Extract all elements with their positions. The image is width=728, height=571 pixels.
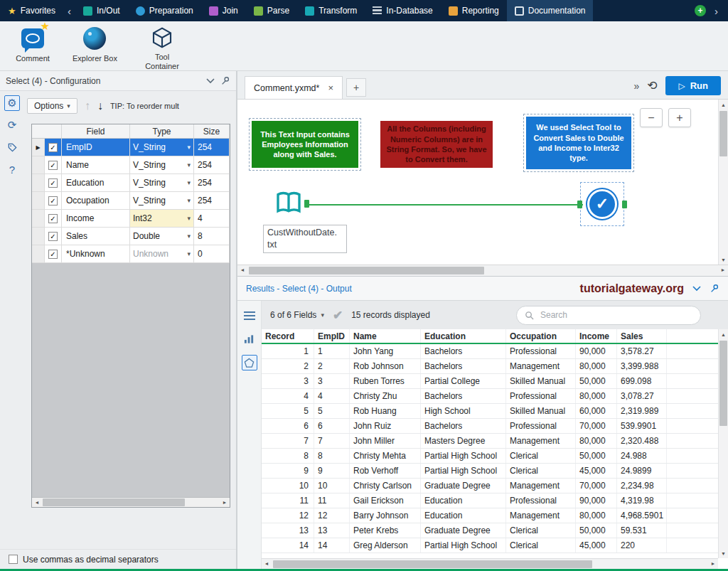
field-size[interactable]: 254 [194,156,230,174]
table-row[interactable]: 11John YangBachelorsProfessional90,0003,… [262,344,728,359]
profile-view-icon[interactable] [242,331,257,347]
output-anchor[interactable] [304,200,309,208]
workflow-tab[interactable]: Comment.yxmd* × [245,76,343,99]
column-header[interactable]: Education [421,329,506,343]
comment-tool[interactable]: ★ Comment [13,26,53,68]
field-size[interactable]: 254 [194,192,230,209]
pin-icon[interactable] [220,76,230,86]
canvas-horizontal-scrollbar[interactable]: ◄ ► [237,265,728,276]
new-workflow-tab-button[interactable]: + [346,78,366,97]
close-icon[interactable]: × [328,82,333,93]
options-dropdown[interactable]: Options ▾ [27,98,77,114]
zoom-in-button[interactable]: + [668,108,691,127]
comment-box-red[interactable]: All the Columns (including Numeric Colum… [380,121,493,168]
move-up-arrow-icon[interactable]: ↑ [85,100,90,112]
table-row[interactable]: 88Christy MehtaPartial High SchoolCleric… [262,449,728,464]
chevron-down-icon[interactable] [206,78,215,84]
config-horizontal-scrollbar[interactable]: ◄ ► [32,497,230,507]
scrollbar-thumb[interactable] [273,560,592,568]
cell-viewer-icon[interactable] [242,355,257,370]
scroll-down-arrow-icon[interactable]: ▼ [719,548,728,558]
add-plus-icon[interactable]: + [695,5,706,16]
field-checkbox[interactable]: ✓ [45,228,62,245]
canvas-vertical-scrollbar[interactable]: ▲ ▼ [718,100,728,265]
column-header[interactable]: Income [576,329,617,343]
results-vertical-scrollbar[interactable]: ▲ ▼ [718,329,728,558]
table-row[interactable]: ✓NameV_String▾254 [32,156,230,174]
history-clock-icon[interactable]: ⟲ [647,80,657,92]
palette-tab-join[interactable]: Join [201,0,246,21]
pin-icon[interactable] [710,284,719,294]
field-checkbox[interactable]: ✓ [45,192,62,209]
column-header[interactable]: Sales [617,329,667,343]
column-header[interactable]: EmpID [314,329,350,343]
palette-tab-parse[interactable]: Parse [246,0,297,21]
table-row[interactable]: 77John MillerMasters DegreeManagement80,… [262,434,728,449]
palette-tab-in-out[interactable]: In/Out [75,0,128,21]
table-row[interactable]: 1111Gail EricksonEducationProfessional90… [262,493,728,508]
chevron-down-icon[interactable] [692,286,701,292]
scrollbar-thumb[interactable] [43,498,185,506]
type-dropdown[interactable]: Double▾ [130,228,194,245]
scrollbar-thumb[interactable] [719,111,727,156]
column-header-field[interactable]: Field [62,124,130,138]
type-dropdown[interactable]: Int32▾ [130,210,194,227]
palette-tab-reporting[interactable]: Reporting [441,0,507,21]
help-question-icon[interactable]: ? [4,161,20,177]
palette-tab-preparation[interactable]: Preparation [128,0,201,21]
output-anchor[interactable] [622,201,627,208]
field-size[interactable]: 4 [194,210,230,227]
field-checkbox[interactable]: ✓ [45,245,62,262]
row-selector[interactable] [32,210,45,227]
field-size[interactable]: 0 [194,245,230,262]
comment-box-green[interactable]: This Text Input contains Employees Infor… [252,121,358,168]
type-dropdown[interactable]: V_String▾ [130,156,194,174]
scroll-right-arrow-icon[interactable]: ► [220,498,230,507]
results-horizontal-scrollbar[interactable]: ◄ ► [262,558,718,569]
palette-tab-favorites[interactable]: ★ Favorites [0,0,63,21]
annotation-tag-icon[interactable] [4,139,20,155]
table-row[interactable]: 33Ruben TorresPartial CollegeSkilled Man… [262,374,728,389]
palette-tab-transform[interactable]: Transform [297,0,365,21]
table-view-icon[interactable] [242,308,257,324]
scroll-left-chevron-icon[interactable]: ‹ [63,0,75,21]
workflow-canvas[interactable]: This Text Input contains Employees Infor… [237,100,728,265]
select-tool[interactable]: ✓ [584,186,620,222]
field-size[interactable]: 8 [194,228,230,245]
row-selector[interactable] [32,245,45,262]
column-header[interactable]: Name [350,329,421,343]
field-checkbox[interactable]: ✓ [45,210,62,227]
scroll-left-arrow-icon[interactable]: ◄ [32,498,42,507]
table-row[interactable]: ✓IncomeInt32▾4 [32,210,230,228]
row-selector[interactable] [32,156,45,174]
table-row[interactable]: 44Christy ZhuBachelorsProfessional80,000… [262,389,728,404]
scrollbar-thumb[interactable] [249,267,484,274]
row-selector[interactable]: ▶ [32,139,45,156]
table-row[interactable]: 99Rob VerhoffPartial High SchoolClerical… [262,464,728,479]
palette-tab-documentation[interactable]: Documentation [507,0,594,21]
refresh-cycle-icon[interactable]: ⟳ [4,117,20,133]
search-box[interactable] [516,306,701,325]
type-dropdown[interactable]: V_String▾ [130,139,194,156]
table-row[interactable]: 1212Barry JohnsonEducationManagement80,0… [262,508,728,523]
type-dropdown[interactable]: V_String▾ [130,192,194,209]
field-size[interactable]: 254 [194,139,230,156]
scroll-right-chevron-icon[interactable]: › [710,5,722,17]
table-row[interactable]: ▶✓EmpIDV_String▾254 [32,139,230,156]
scroll-right-arrow-icon[interactable]: ► [718,265,728,274]
row-selector[interactable] [32,192,45,209]
explorer-box-tool[interactable]: Explorer Box [73,26,117,68]
column-header[interactable]: Occupation [506,329,576,343]
table-row[interactable]: 66John RuizBachelorsProfessional70,00053… [262,419,728,434]
input-anchor[interactable] [577,201,582,208]
table-row[interactable]: 55Rob HuangHigh SchoolSkilled Manual60,0… [262,404,728,419]
table-row[interactable]: 1414Greg AldersonPartial High SchoolCler… [262,538,728,553]
decimal-separator-checkbox[interactable] [9,555,18,564]
run-button[interactable]: ▷ Run [665,76,721,95]
row-selector[interactable] [32,174,45,191]
scroll-left-arrow-icon[interactable]: ◄ [237,265,247,274]
collapse-chevrons-icon[interactable]: » [633,80,638,92]
tool-container-tool[interactable]: Tool Container [137,26,187,68]
table-row[interactable]: 1010Christy CarlsonGraduate DegreeManage… [262,479,728,493]
column-header[interactable]: Record [262,329,314,343]
